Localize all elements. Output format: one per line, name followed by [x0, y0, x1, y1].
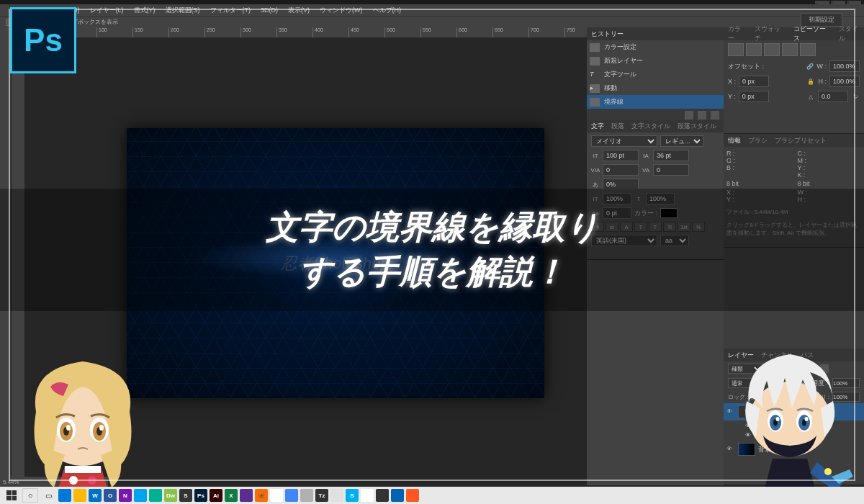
- taskbar-app[interactable]: [391, 489, 404, 502]
- history-item[interactable]: ▸移動: [587, 81, 724, 95]
- taskbar-app[interactable]: [58, 489, 71, 502]
- camera-icon[interactable]: [685, 111, 693, 120]
- ruler-horizontal: 050100 150200250 300350400 450500550 600…: [24, 27, 587, 37]
- svg-point-8: [99, 425, 104, 431]
- taskbar-app[interactable]: W: [89, 489, 102, 502]
- taskbar-app[interactable]: 🦋: [255, 489, 268, 502]
- taskbar-app[interactable]: [361, 489, 374, 502]
- taskbar-app[interactable]: [300, 489, 313, 502]
- menu-view[interactable]: 表示(V): [288, 6, 310, 15]
- offset-label: オフセット :: [728, 62, 764, 71]
- color-tab[interactable]: カラー: [728, 24, 747, 43]
- svg-point-11: [88, 476, 96, 485]
- taskbar-app[interactable]: S: [179, 489, 192, 502]
- taskbar-app[interactable]: [285, 489, 298, 502]
- svg-point-16: [776, 417, 780, 421]
- clone-source-3[interactable]: [764, 43, 780, 56]
- clone-w-input[interactable]: [829, 60, 860, 72]
- taskbar-app[interactable]: [330, 489, 343, 502]
- charstyle-tab[interactable]: 文字スタイル: [631, 122, 670, 131]
- photoshop-logo: Ps: [10, 7, 76, 73]
- taskbar-app[interactable]: Ps: [194, 489, 207, 502]
- menu-help[interactable]: ヘルプ(H): [373, 6, 402, 15]
- taskbar-app[interactable]: N: [119, 489, 132, 502]
- brushpreset-tab[interactable]: ブラシプリセット: [775, 136, 827, 145]
- color-icon: [590, 43, 600, 52]
- clone-sources: [728, 43, 860, 56]
- menu-window[interactable]: ウィンドウ(W): [320, 6, 363, 15]
- maximize-button[interactable]: □: [831, 1, 845, 4]
- windows-icon: [6, 490, 17, 500]
- angle-icon: △: [806, 92, 815, 101]
- taskbar-app[interactable]: [376, 489, 389, 502]
- taskbar-app[interactable]: [134, 489, 147, 502]
- link-icon[interactable]: 🔗: [806, 62, 814, 71]
- taskbar-app[interactable]: Dw: [164, 489, 177, 502]
- menubar: 編集(E) イメージ(I) レイヤー(L) 書式(Y) 選択範囲(S) フィルタ…: [0, 4, 864, 16]
- leading-input[interactable]: [653, 150, 689, 161]
- lock-icon[interactable]: 🔒: [806, 77, 815, 86]
- search-button[interactable]: ○: [22, 488, 38, 503]
- move-icon: ▸: [590, 84, 600, 93]
- history-item[interactable]: 新規レイヤー: [587, 54, 724, 68]
- taskbar-app[interactable]: [406, 489, 419, 502]
- trash-icon[interactable]: [711, 111, 719, 120]
- start-button[interactable]: [3, 488, 20, 503]
- taskview-icon[interactable]: ▭: [40, 488, 56, 503]
- clone-h-input[interactable]: [829, 76, 860, 87]
- text-icon: T: [590, 71, 600, 79]
- font-style-select[interactable]: レギュ...: [660, 135, 703, 147]
- character-tab[interactable]: 文字: [591, 122, 604, 131]
- taskbar-app[interactable]: Ai: [210, 489, 222, 502]
- font-family-select[interactable]: メイリオ: [591, 135, 657, 147]
- minimize-button[interactable]: —: [815, 1, 829, 4]
- font-size-input[interactable]: [603, 150, 639, 161]
- history-item[interactable]: カラー設定: [587, 40, 724, 54]
- clone-y-input[interactable]: [739, 91, 769, 102]
- taskbar-app[interactable]: Tz: [315, 489, 328, 502]
- tracking-input[interactable]: [653, 164, 689, 176]
- headline-line1: 文字の境界線を縁取り: [266, 205, 599, 250]
- taskbar-app[interactable]: [73, 489, 86, 502]
- clone-source-2[interactable]: [746, 43, 762, 56]
- clone-angle-input[interactable]: [818, 91, 848, 102]
- history-item[interactable]: 境界線: [587, 95, 724, 109]
- kerning-icon: V/A: [591, 166, 600, 174]
- menu-layer[interactable]: レイヤー(L): [90, 6, 124, 15]
- clonesource-panel: カラー スウォッチ コピーソース スタイル オフセット :: [724, 27, 864, 134]
- menu-type[interactable]: 書式(Y): [134, 6, 156, 15]
- taskbar-app[interactable]: [270, 489, 283, 502]
- taskbar-app[interactable]: X: [225, 489, 238, 502]
- menu-3d[interactable]: 3D(D): [261, 6, 278, 14]
- svg-rect-9: [65, 466, 101, 473]
- close-button[interactable]: ✕: [847, 1, 861, 4]
- clone-x-input[interactable]: [739, 76, 769, 87]
- taskbar-app[interactable]: [240, 489, 253, 502]
- kerning-input[interactable]: [603, 164, 639, 176]
- history-panel: ヒストリー カラー設定 新規レイヤー T文字ツール ▸移動 境界線: [587, 27, 724, 120]
- taskbar-app[interactable]: O: [104, 489, 117, 502]
- fontsize-icon: tT: [591, 151, 600, 160]
- tracking-icon: VA: [642, 166, 650, 174]
- clone-source-4[interactable]: [782, 43, 798, 56]
- clone-source-5[interactable]: [800, 43, 816, 56]
- parastyle-tab[interactable]: 段落スタイル: [678, 122, 716, 131]
- menu-select[interactable]: 選択範囲(S): [166, 6, 200, 15]
- info-tab[interactable]: 情報: [728, 136, 741, 145]
- history-tab[interactable]: ヒストリー: [591, 30, 624, 39]
- history-item[interactable]: T文字ツール: [587, 68, 724, 81]
- headline-overlay: 文字の境界線を縁取り する手順を解説！: [0, 189, 864, 311]
- clonesource-tab[interactable]: コピーソース: [793, 24, 832, 43]
- brush-tab[interactable]: ブラシ: [748, 136, 768, 145]
- menu-filter[interactable]: フィルター(T): [210, 6, 251, 15]
- swatches-tab[interactable]: スウォッチ: [755, 24, 786, 43]
- taskbar-app[interactable]: S: [346, 489, 359, 502]
- taskbar-app[interactable]: [149, 489, 162, 502]
- new-icon[interactable]: [698, 111, 706, 120]
- character-right: [724, 336, 857, 491]
- styles-tab[interactable]: スタイル: [839, 24, 864, 43]
- clone-source-1[interactable]: [728, 43, 744, 56]
- reset-icon[interactable]: ↻: [851, 92, 860, 101]
- scale-icon: あ: [591, 180, 600, 189]
- paragraph-tab[interactable]: 段落: [611, 122, 624, 131]
